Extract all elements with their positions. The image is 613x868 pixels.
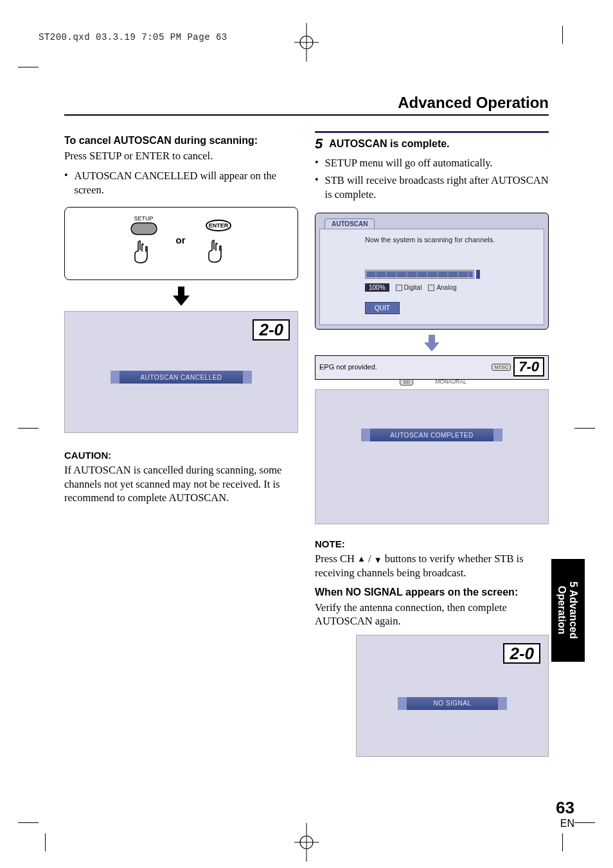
step-header: 5 AUTOSCAN is complete.	[315, 136, 549, 152]
right-column: 5 AUTOSCAN is complete. • SETUP menu wil…	[315, 131, 549, 757]
epg-row: EPG not provided. NTSC 7-0	[315, 355, 549, 380]
svg-rect-6	[131, 223, 157, 235]
nosignal-heading: When NO SIGNAL appears on the screen:	[315, 587, 549, 598]
legend-analog: Analog	[428, 284, 456, 291]
crop-mark	[574, 428, 595, 429]
screen-complete: AUTOSCAN COMPLETED	[315, 389, 549, 524]
progress-end-icon	[475, 269, 481, 279]
step-title: AUTOSCAN is complete.	[329, 138, 449, 150]
bullet-dot-icon: •	[64, 169, 68, 181]
quit-button[interactable]: QUIT	[365, 302, 400, 314]
side-tab-text: 5 Advanced Operation	[556, 581, 579, 639]
section-header: Advanced Operation	[39, 94, 549, 112]
step-number: 5	[315, 136, 323, 152]
screen-cancel: 2-0 AUTOSCAN CANCELLED	[64, 311, 298, 433]
channel-number: 2-0	[503, 643, 540, 664]
bullet-text: STB will receive broadcasts right after …	[325, 173, 549, 201]
dialog-tab: AUTOSCAN	[324, 218, 375, 229]
bullet-item: • AUTOSCAN CANCELLED will appear on the …	[64, 169, 298, 197]
banner-text: NO SIGNAL	[434, 700, 472, 707]
bullet-dot-icon: •	[315, 156, 319, 168]
registration-mark-bottom	[294, 823, 319, 862]
crop-mark	[18, 428, 39, 429]
autoscan-dialog: AUTOSCAN Now the system is scanning for …	[315, 213, 549, 330]
legend-row: 100% Digital Analog	[365, 283, 536, 292]
caution-heading: CAUTION:	[64, 450, 298, 461]
setup-label: SETUP	[130, 215, 158, 222]
enter-button-icon: ENTER	[204, 216, 233, 235]
triangle-down-icon: ▼	[374, 555, 382, 565]
channel-number: 7-0	[513, 357, 544, 376]
cancel-instruction: Press SETUP or ENTER to cancel.	[64, 149, 298, 163]
registration-mark-top	[294, 23, 319, 62]
arrow-down-icon	[172, 285, 191, 307]
crop-mark	[562, 26, 563, 44]
page-lang: EN	[560, 818, 574, 829]
svg-rect-7	[476, 270, 480, 279]
left-column: To cancel AUTOSCAN during scanning: Pres…	[64, 131, 298, 757]
setup-button-block: SETUP	[130, 215, 158, 264]
step-rule	[315, 131, 549, 133]
remote-buttons-row: SETUP or ENT	[70, 213, 292, 270]
crop-mark	[18, 67, 39, 67]
section-rule	[64, 114, 549, 116]
banner-text: AUTOSCAN COMPLETED	[390, 432, 473, 439]
note-block: NOTE: Press CH ▲ / ▼ buttons to verify w…	[315, 538, 549, 580]
bullet-item: • SETUP menu will go off automatically.	[315, 156, 549, 170]
legend-digital: Digital	[396, 284, 422, 291]
enter-label: ENTER	[208, 222, 228, 229]
hand-icon	[204, 238, 226, 263]
crop-mark	[574, 822, 595, 823]
percent-label: 100%	[365, 283, 389, 292]
note-text: Press CH ▲ / ▼ buttons to verify whether…	[315, 552, 549, 580]
banner-text: AUTOSCAN CANCELLED	[140, 374, 222, 381]
page-footer: 63 EN	[556, 798, 574, 829]
setup-button-icon	[130, 222, 158, 236]
nosignal-text: Verify the antenna connection, then comp…	[315, 601, 549, 628]
osd-banner-nosignal: NO SIGNAL	[398, 697, 507, 710]
enter-button-block: ENTER	[204, 216, 233, 263]
side-tab: 5 Advanced Operation	[551, 559, 585, 662]
dialog-message: Now the system is scanning for channels.	[365, 236, 536, 244]
bullet-dot-icon: •	[315, 173, 319, 186]
or-label: or	[176, 235, 186, 245]
crop-mark	[45, 833, 46, 851]
note-heading: NOTE:	[315, 538, 549, 549]
arrow-down-icon	[423, 333, 441, 353]
page-number: 63	[556, 798, 574, 818]
bullet-item: • STB will receive broadcasts right afte…	[315, 173, 549, 201]
ntsc-badge: NTSC	[492, 364, 511, 371]
crop-mark	[18, 822, 39, 823]
content-columns: To cancel AUTOSCAN during scanning: Pres…	[64, 131, 549, 757]
caution-text: If AUTOSCAN is cancelled during scanning…	[64, 463, 298, 504]
dialog-body: Now the system is scanning for channels.…	[319, 229, 544, 325]
osd-banner-completed: AUTOSCAN COMPLETED	[361, 429, 502, 441]
screen-nosignal: 2-0 NO SIGNAL	[356, 635, 549, 757]
epg-text: EPG not provided.	[319, 363, 377, 371]
caution-block: CAUTION: If AUTOSCAN is cancelled during…	[64, 450, 298, 504]
page: ST200.qxd 03.3.19 7:05 PM Page 63 Advanc…	[0, 0, 613, 868]
cancel-heading: To cancel AUTOSCAN during scanning:	[64, 135, 298, 146]
bullet-text: SETUP menu will go off automatically.	[325, 156, 493, 170]
bullet-text: AUTOSCAN CANCELLED will appear on the sc…	[75, 169, 298, 197]
osd-banner-cancelled: AUTOSCAN CANCELLED	[111, 371, 252, 384]
figure-buttons: SETUP or ENT	[64, 207, 298, 280]
progress-bar	[365, 269, 536, 279]
channel-number: 2-0	[253, 319, 290, 341]
hand-icon	[130, 238, 152, 264]
triangle-up-icon: ▲	[357, 554, 366, 563]
crop-mark	[562, 833, 563, 851]
